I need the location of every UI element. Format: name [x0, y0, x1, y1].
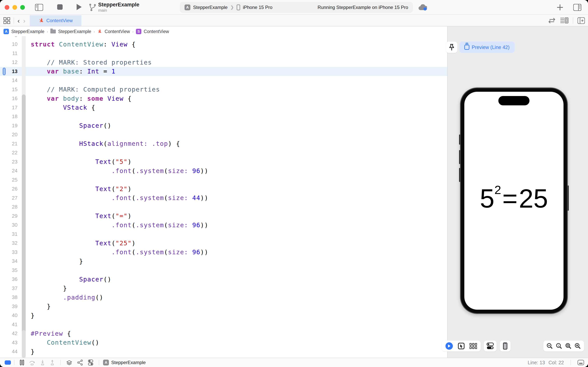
line-number[interactable]: 33 — [0, 249, 20, 255]
scheme-selector[interactable]: A StepperExample ❯ iPhone 15 Pro Running… — [180, 2, 413, 13]
jumpbar-item-symbol[interactable]: ContentView — [144, 29, 169, 34]
code-line-17[interactable]: 17 VStack { — [0, 103, 447, 112]
live-preview-button[interactable] — [445, 342, 453, 350]
forward-button[interactable]: › — [23, 17, 25, 25]
line-number[interactable]: 40 — [0, 312, 20, 318]
scheme-name[interactable]: StepperExample — [193, 5, 227, 10]
code-line-44[interactable]: 44} — [0, 347, 447, 356]
line-number[interactable]: 42 — [0, 330, 20, 336]
code-line-40[interactable]: 40} — [0, 311, 447, 320]
run-button[interactable] — [76, 3, 82, 10]
jumpbar-item-group[interactable]: StepperExample — [58, 29, 91, 34]
tab-overview-icon[interactable] — [3, 17, 10, 24]
line-number[interactable]: 18 — [0, 114, 20, 120]
line-number[interactable]: 22 — [0, 150, 20, 156]
line-number[interactable]: 11 — [0, 50, 20, 56]
code-line-37[interactable]: 37 } — [0, 284, 447, 293]
variants-mode-button[interactable] — [470, 343, 477, 349]
line-number[interactable]: 24 — [0, 168, 20, 174]
line-number[interactable]: 29 — [0, 213, 20, 219]
zoom-fit-button[interactable] — [565, 343, 571, 349]
run-destination[interactable]: iPhone 15 Pro — [243, 5, 272, 10]
back-button[interactable]: ‹ — [17, 17, 20, 25]
line-number[interactable]: 41 — [0, 322, 20, 327]
line-number[interactable]: 32 — [0, 240, 20, 246]
code-line-42[interactable]: 42#Preview { — [0, 329, 447, 338]
code-line-12[interactable]: 12 // MARK: Stored properties — [0, 58, 447, 67]
jumpbar-item-project[interactable]: StepperExample — [11, 29, 44, 34]
line-number[interactable]: 16 — [0, 95, 20, 101]
code-line-21[interactable]: 21 HStack(alignment: .top) { — [0, 139, 447, 148]
code-line-28[interactable]: 28 — [0, 202, 447, 212]
line-number[interactable]: 21 — [0, 141, 20, 147]
minimap-options-icon[interactable] — [560, 17, 569, 24]
memory-graph-button[interactable] — [77, 359, 83, 366]
line-number[interactable]: 12 — [0, 59, 20, 65]
step-out-button[interactable] — [50, 360, 55, 366]
line-number[interactable]: 28 — [0, 204, 20, 210]
line-number[interactable]: 20 — [0, 132, 20, 138]
preview-jump-button[interactable]: Preview (Line 42) — [459, 42, 515, 53]
line-number[interactable]: 26 — [0, 186, 20, 192]
line-number[interactable]: 25 — [0, 177, 20, 183]
view-debugger-button[interactable] — [66, 359, 72, 366]
code-line-25[interactable]: 25 — [0, 175, 447, 184]
line-number[interactable]: 14 — [0, 77, 20, 83]
traffic-minimize-button[interactable] — [12, 5, 17, 10]
breakpoints-toggle-button[interactable] — [5, 360, 11, 365]
line-number[interactable]: 19 — [0, 123, 20, 129]
device-bezels-button[interactable] — [500, 341, 511, 351]
code-line-38[interactable]: 38 .padding() — [0, 293, 447, 302]
zoom-out-button[interactable] — [546, 343, 553, 349]
code-line-26[interactable]: 26 Text("2") — [0, 184, 447, 194]
code-line-13[interactable]: 13 var base: Int = 1 — [0, 67, 447, 76]
add-editor-icon[interactable] — [578, 17, 585, 24]
inspector-sidebar-toggle-button[interactable] — [573, 4, 581, 11]
jumpbar-item-file[interactable]: ContentView — [105, 29, 130, 34]
step-over-button[interactable] — [29, 360, 35, 366]
line-number[interactable]: 39 — [0, 303, 20, 309]
stop-button[interactable] — [57, 4, 63, 10]
line-number[interactable]: 10 — [0, 41, 20, 47]
pin-preview-button[interactable] — [446, 42, 457, 53]
line-number[interactable]: 34 — [0, 258, 20, 264]
line-number[interactable]: 15 — [0, 86, 20, 92]
zoom-in-button[interactable] — [575, 343, 581, 349]
code-line-39[interactable]: 39 } — [0, 302, 447, 311]
code-line-34[interactable]: 34 } — [0, 257, 447, 266]
code-line-22[interactable]: 22 — [0, 148, 447, 158]
code-line-9[interactable]: 9 — [0, 36, 447, 40]
add-tab-button[interactable] — [556, 4, 563, 11]
line-number[interactable]: 35 — [0, 267, 20, 273]
device-settings-button[interactable] — [484, 341, 497, 351]
code-line-24[interactable]: 24 .font(.system(size: 96)) — [0, 167, 447, 175]
editor-layout-icon[interactable] — [578, 360, 584, 365]
fold-ribbon[interactable] — [22, 36, 26, 358]
environment-overrides-button[interactable] — [88, 359, 93, 366]
code-line-31[interactable]: 31 — [0, 230, 447, 239]
traffic-close-button[interactable] — [5, 5, 9, 10]
code-line-19[interactable]: 19 Spacer() — [0, 121, 447, 130]
code-line-30[interactable]: 30 .font(.system(size: 96)) — [0, 221, 447, 230]
line-number[interactable]: 27 — [0, 195, 20, 201]
code-line-10[interactable]: 10struct ContentView: View { — [0, 40, 447, 49]
code-line-27[interactable]: 27 .font(.system(size: 44)) — [0, 193, 447, 202]
selectable-mode-button[interactable] — [458, 343, 464, 349]
code-line-45[interactable]: 45 — [0, 356, 447, 358]
line-number[interactable]: 23 — [0, 159, 20, 165]
zoom-100-button[interactable]: 1 — [556, 343, 562, 349]
iphone-screen[interactable]: 5 2 = 25 — [464, 92, 563, 310]
cloud-status-icon[interactable] — [418, 4, 427, 11]
line-number[interactable]: 31 — [0, 231, 20, 237]
code-line-36[interactable]: 36 Spacer() — [0, 275, 447, 284]
tab-contentview[interactable]: ContentView — [30, 15, 82, 26]
code-line-41[interactable]: 41 — [0, 320, 447, 329]
code-line-18[interactable]: 18 — [0, 112, 447, 121]
code-line-23[interactable]: 23 Text("5") — [0, 157, 447, 167]
line-number[interactable]: 44 — [0, 349, 20, 355]
line-number[interactable]: 30 — [0, 222, 20, 228]
code-line-29[interactable]: 29 Text("=") — [0, 211, 447, 221]
traffic-zoom-button[interactable] — [20, 5, 25, 10]
code-line-20[interactable]: 20 — [0, 130, 447, 139]
line-number[interactable]: 36 — [0, 276, 20, 282]
